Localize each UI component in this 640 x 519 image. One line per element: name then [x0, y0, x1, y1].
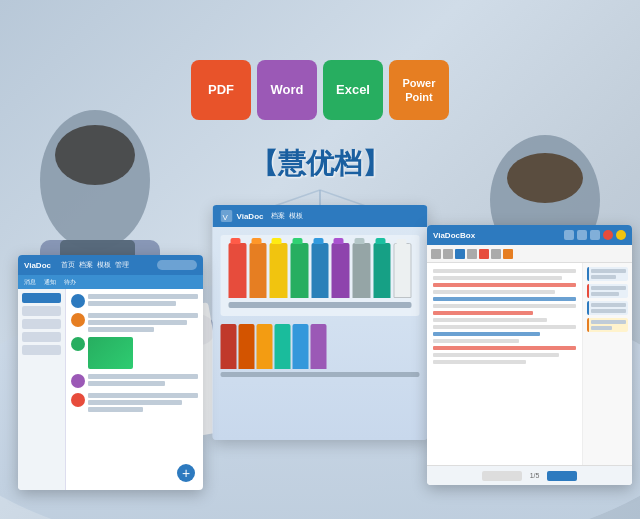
toolbar-btn-2[interactable]: [443, 249, 453, 259]
second-shelf-area: [213, 324, 428, 377]
pdf-badge: PDF: [191, 60, 251, 120]
left-interface-header: ViaDoc 首页 档案 模板 管理: [18, 255, 203, 275]
avatar-4: [71, 374, 85, 388]
right-bottom-toolbar: 1/5: [427, 465, 632, 485]
chat-item-1: [71, 294, 198, 308]
minimize-icon[interactable]: [616, 230, 626, 240]
folder-red: [229, 243, 247, 298]
toolbar-btn-6[interactable]: [491, 249, 501, 259]
sidebar-item-1[interactable]: [22, 306, 61, 316]
format-badges: PDF Word Excel PowerPoint: [191, 60, 449, 120]
word-badge: Word: [257, 60, 317, 120]
chat-item-5: [71, 393, 198, 412]
comment-3: [587, 301, 628, 315]
right-toolbar: [427, 245, 632, 263]
comment-2: [587, 284, 628, 298]
comments-sidebar: [582, 263, 632, 485]
chat-item-4: [71, 374, 198, 388]
left-subnav: 消息 通知 待办: [18, 275, 203, 289]
left-app-name: ViaDoc: [24, 261, 51, 270]
sidebar-item-4[interactable]: [22, 345, 61, 355]
left-sidebar: [18, 289, 66, 490]
folder-teal: [373, 243, 391, 298]
folder-blue: [311, 243, 329, 298]
avatar-2: [71, 313, 85, 327]
search-bar-sm[interactable]: [157, 260, 197, 270]
toolbar-btn-3[interactable]: [455, 249, 465, 259]
toolbar-btn-5[interactable]: [479, 249, 489, 259]
center-interface-header: V ViaDoc 档案 模板: [213, 205, 428, 227]
sidebar-item-active[interactable]: [22, 293, 61, 303]
comment-1: [587, 267, 628, 281]
chat-item-2: [71, 313, 198, 332]
folder-white: [394, 243, 412, 298]
left-interface: ViaDoc 首页 档案 模板 管理 消息 通知 待办: [18, 255, 203, 490]
toolbar-btn-4[interactable]: [467, 249, 477, 259]
app-title: 【慧优档】: [250, 145, 390, 183]
chat-item-3: [71, 337, 198, 369]
folder-gray: [352, 243, 370, 298]
excel-badge: Excel: [323, 60, 383, 120]
comment-4: [587, 318, 628, 332]
svg-point-4: [55, 125, 135, 185]
action-btn[interactable]: [547, 471, 577, 481]
tool-icon-3[interactable]: [590, 230, 600, 240]
toolbar-btn-7[interactable]: [503, 249, 513, 259]
left-content-area: +: [18, 289, 203, 490]
left-main-content: +: [66, 289, 203, 490]
sidebar-item-2[interactable]: [22, 319, 61, 329]
svg-text:V: V: [223, 213, 229, 222]
avatar-1: [71, 294, 85, 308]
sidebar-item-3[interactable]: [22, 332, 61, 342]
right-interface-header: ViaDocBox: [427, 225, 632, 245]
folder-yellow: [270, 243, 288, 298]
tool-icon-2[interactable]: [577, 230, 587, 240]
right-content: [427, 263, 632, 485]
avatar-3: [71, 337, 85, 351]
image-thumbnail: [88, 337, 133, 369]
right-interface: ViaDocBox: [427, 225, 632, 485]
folder-shelf: [221, 235, 420, 316]
center-app-name: ViaDoc: [237, 212, 264, 221]
header-toolbar: [564, 230, 626, 240]
center-interface: V ViaDoc 档案 模板: [213, 205, 428, 440]
logo-icon: V: [221, 210, 233, 222]
folder-green: [290, 243, 308, 298]
toolbar-btn-1[interactable]: [431, 249, 441, 259]
page-nav[interactable]: [482, 471, 522, 481]
doc-main-area: [427, 263, 582, 485]
tool-icon-1[interactable]: [564, 230, 574, 240]
add-button[interactable]: +: [177, 464, 195, 482]
close-icon[interactable]: [603, 230, 613, 240]
folder-purple: [332, 243, 350, 298]
shelf-bottom: [229, 302, 412, 308]
avatar-5: [71, 393, 85, 407]
folder-orange: [249, 243, 267, 298]
powerpoint-badge: PowerPoint: [389, 60, 449, 120]
right-app-name: ViaDocBox: [433, 231, 475, 240]
